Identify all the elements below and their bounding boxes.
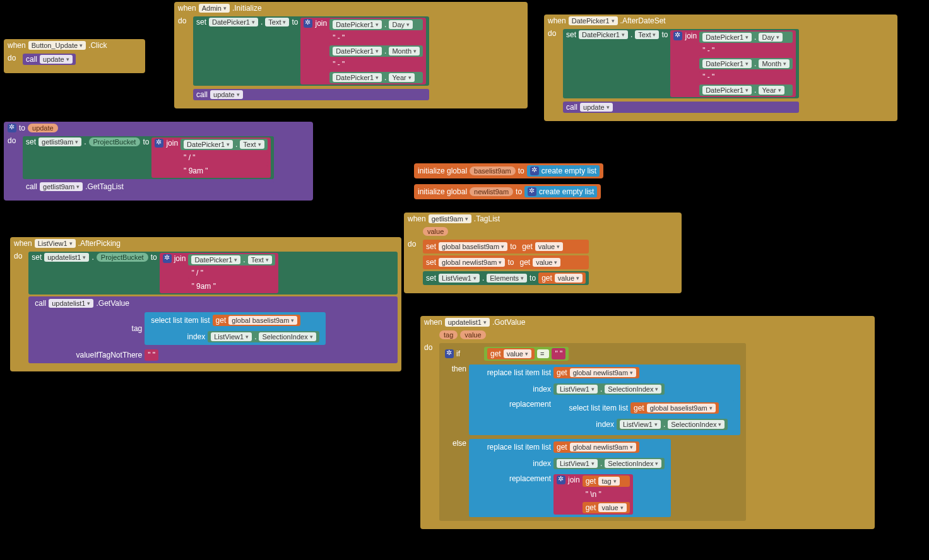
month-getter[interactable]: DatePicker1. Month — [699, 58, 793, 69]
component-dd[interactable]: getlist9am — [429, 214, 471, 223]
gear-icon[interactable] — [155, 139, 163, 148]
event-taglist[interactable]: when getlist9am .TagList value do set gl… — [404, 213, 682, 293]
get-newlist[interactable]: get global newlist9am — [553, 441, 639, 453]
set-newlist[interactable]: set global newlist9am to get value — [423, 255, 589, 269]
set-projectbucket[interactable]: set updatelist1. ProjectBucket to join D… — [28, 252, 398, 295]
selection-index[interactable]: ListView1. SelectionIndex — [208, 331, 319, 342]
event-name: .AfterDateSet — [620, 16, 666, 25]
property-dd[interactable]: Text — [265, 18, 289, 26]
year-getter[interactable]: DatePicker1. Year — [329, 72, 423, 83]
when-keyword: when — [548, 16, 566, 25]
year-getter[interactable]: DatePicker1. Year — [699, 85, 793, 96]
event-button-update-click[interactable]: when Button_Update .Click do call update — [4, 39, 145, 73]
selection-index[interactable]: ListView1. SelectionIndex — [617, 419, 728, 430]
get-baselist[interactable]: get global baselist9am — [213, 315, 301, 326]
month-getter[interactable]: DatePicker1. Month — [329, 45, 423, 57]
join-block[interactable]: join DatePicker1. Text " / " " 9am " — [160, 253, 278, 293]
replace-list-item-then[interactable]: replace list item list get global newlis… — [469, 365, 740, 435]
time-literal[interactable]: " 9am " — [180, 165, 267, 177]
empty-literal[interactable]: " " — [145, 349, 158, 361]
component-dd[interactable]: updatelist1 — [445, 318, 490, 327]
create-empty-list[interactable]: create empty list — [527, 165, 600, 177]
event-gotvalue[interactable]: when updatelist1 .GotValue tag value do … — [420, 316, 875, 529]
event-afterdateset[interactable]: when DatePicker1 .AfterDateSet do set Da… — [544, 15, 897, 121]
select-list-item[interactable]: select list item list get global baselis… — [553, 400, 734, 433]
get-value[interactable]: get value — [487, 348, 535, 359]
event-afterpicking[interactable]: when ListView1 .AfterPicking do set upda… — [10, 237, 401, 371]
day-getter[interactable]: DatePicker1. Day — [699, 32, 793, 43]
set-listview-elements[interactable]: set ListView1. Elements to get value — [423, 271, 589, 285]
call-update[interactable]: call update — [193, 89, 429, 100]
call-getvalue[interactable]: call updatelist1 .GetValue tag select li… — [28, 296, 398, 363]
if-block[interactable]: if get value = " " then replace list ite… — [439, 343, 746, 521]
procedure-dd[interactable]: update — [210, 90, 243, 99]
join-block[interactable]: join DatePicker1. Text " / " " 9am " — [151, 137, 270, 178]
gear-icon[interactable] — [530, 166, 539, 175]
create-empty-list[interactable]: create empty list — [524, 186, 597, 197]
param-tag: tag — [35, 324, 142, 333]
replace-list-item-else[interactable]: replace list item list get global newlis… — [469, 439, 671, 517]
gear-icon[interactable] — [8, 124, 16, 132]
do-keyword: do — [8, 54, 20, 62]
get-newlist[interactable]: get global newlist9am — [553, 367, 639, 378]
set-baselist[interactable]: set global baselist9am to get value — [423, 240, 589, 254]
dp-text-getter[interactable]: DatePicker1. Text — [188, 254, 275, 265]
get-baselist[interactable]: get global baselist9am — [630, 402, 719, 414]
set-projectbucket[interactable]: set getlist9am . ProjectBucket to join D… — [23, 136, 274, 179]
call-update[interactable]: call update — [563, 102, 799, 113]
procedure-dropdown[interactable]: update — [40, 55, 73, 64]
selection-index[interactable]: ListView1. SelectionIndex — [553, 383, 665, 395]
component-dropdown[interactable]: Button_Update — [28, 41, 86, 50]
param-tag: tag — [439, 330, 458, 339]
join-block[interactable]: join DatePicker1. Day " - " DatePicker1.… — [300, 18, 426, 85]
join-block[interactable]: join get tag " \n " get value — [553, 474, 633, 515]
selection-index[interactable]: ListView1. SelectionIndex — [553, 458, 665, 469]
dash-literal-2[interactable]: " - " — [329, 59, 423, 70]
slash-literal[interactable]: " / " — [188, 267, 275, 279]
operator-dd[interactable]: = — [537, 349, 549, 358]
day-getter[interactable]: DatePicker1. Day — [329, 19, 423, 30]
call-update[interactable]: call update — [23, 54, 76, 65]
global-name[interactable]: baselist9am — [470, 166, 516, 175]
component-dd[interactable]: ListView1 — [35, 239, 76, 248]
call-gettaglist[interactable]: call getlist9am .GetTagList — [23, 181, 274, 192]
procedure-update[interactable]: to update do set getlist9am . ProjectBuc… — [4, 122, 313, 201]
get-value[interactable]: get value — [583, 502, 630, 513]
param-value: value — [423, 227, 448, 236]
component-dropdown[interactable]: Admin — [199, 4, 230, 13]
gear-icon[interactable] — [445, 349, 454, 358]
gear-icon[interactable] — [163, 254, 172, 263]
set-datepicker-text[interactable]: set DatePicker1 . Text to join DatePicke… — [563, 29, 799, 98]
gear-icon[interactable] — [304, 19, 312, 28]
newline-literal[interactable]: " \n " — [583, 489, 630, 500]
when-keyword: when — [424, 318, 442, 327]
procedure-name[interactable]: update — [28, 124, 58, 132]
get-value[interactable]: get value — [516, 257, 564, 268]
dash-literal-1[interactable]: " - " — [329, 32, 423, 44]
join-block[interactable]: join DatePicker1. Day " - " DatePicker1.… — [670, 30, 796, 97]
dp-text-getter[interactable]: DatePicker1. Text — [180, 139, 267, 150]
get-value[interactable]: get value — [538, 272, 586, 284]
gear-icon[interactable] — [673, 32, 682, 40]
select-list-item[interactable]: select list item list get global baselis… — [145, 312, 325, 345]
do-keyword: do — [8, 136, 20, 145]
global-name[interactable]: newlist9am — [470, 187, 513, 196]
param-value: value — [460, 330, 485, 339]
set-datepicker-text[interactable]: set DatePicker1 . Text to join DatePicke… — [193, 16, 429, 86]
global-baselist9am[interactable]: initialize global baselist9am to create … — [414, 163, 603, 178]
component-dd[interactable]: DatePicker1 — [209, 18, 258, 26]
time-literal[interactable]: " 9am " — [188, 281, 275, 292]
event-admin-initialize[interactable]: when Admin .Initialize do set DatePicker… — [174, 2, 528, 108]
gear-icon[interactable] — [528, 187, 536, 196]
gear-icon[interactable] — [557, 475, 565, 484]
get-value[interactable]: get value — [519, 241, 566, 252]
global-newlist9am[interactable]: initialize global newlist9am to create e… — [414, 184, 601, 199]
slash-literal[interactable]: " / " — [180, 152, 267, 163]
empty-literal[interactable]: " " — [552, 348, 565, 359]
component-dropdown[interactable]: DatePicker1 — [569, 16, 618, 25]
equality-test[interactable]: get value = " " — [484, 347, 569, 361]
else-keyword: else — [445, 439, 466, 448]
dash-literal[interactable]: " - " — [699, 45, 793, 56]
dash-literal[interactable]: " - " — [699, 71, 793, 83]
get-tag[interactable]: get tag — [583, 475, 630, 487]
